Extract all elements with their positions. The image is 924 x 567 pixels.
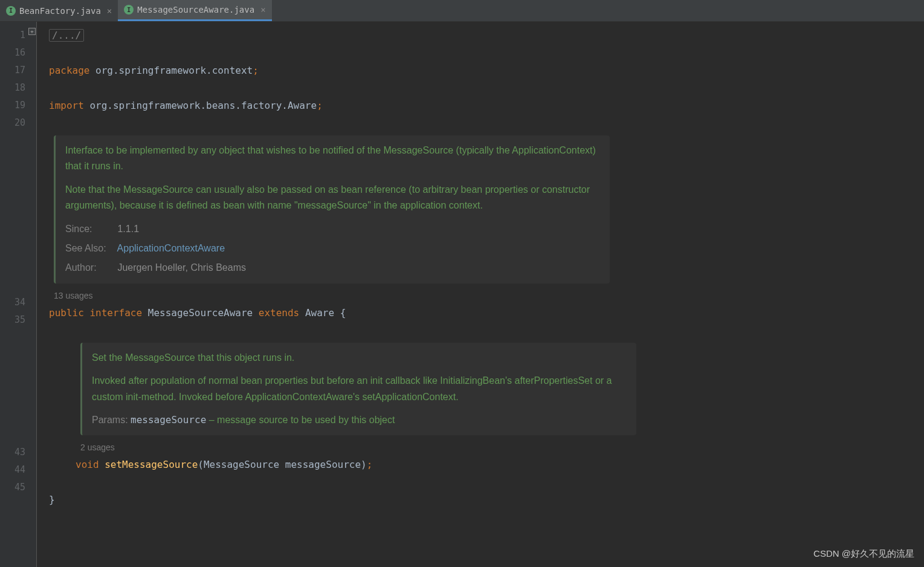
code-folded[interactable]: /.../ xyxy=(49,27,924,44)
javadoc-since: Since: 1.1.1 xyxy=(65,221,600,237)
javadoc-paragraph: Interface to be implemented by any objec… xyxy=(65,143,600,175)
code-blank xyxy=(49,114,924,132)
line-gutter: 1 16 17 18 19 20 34 35 43 44 45 xyxy=(0,22,36,567)
javadoc-seealso: See Also: ApplicationContextAware xyxy=(65,241,600,256)
line-number: 16 xyxy=(0,44,36,62)
params-label: Params: xyxy=(92,412,128,428)
tab-label: MessageSourceAware.java xyxy=(137,5,254,15)
line-number: 35 xyxy=(0,311,36,329)
line-number: 20 xyxy=(0,114,36,132)
author-value: Juergen Hoeller, Chris Beams xyxy=(117,262,246,273)
watermark-text: CSDN @好久不见的流星 xyxy=(813,545,914,562)
editor-tabs: I BeanFactory.java × I MessageSourceAwar… xyxy=(0,0,924,22)
line-number: 43 xyxy=(0,444,36,461)
tab-beanfactory[interactable]: I BeanFactory.java × xyxy=(0,0,118,21)
close-icon[interactable]: × xyxy=(260,5,265,15)
code-blank xyxy=(49,79,924,97)
javadoc-paragraph: Note that the MessageSource can usually … xyxy=(65,182,600,214)
code-interface-decl: public interface MessageSourceAware exte… xyxy=(49,304,924,322)
interface-icon: I xyxy=(124,5,134,15)
line-number: 17 xyxy=(0,62,36,79)
line-number: 44 xyxy=(0,461,36,479)
editor-area: 1 16 17 18 19 20 34 35 43 44 45 + /.../ … xyxy=(0,22,924,567)
line-number: 18 xyxy=(0,79,36,97)
code-blank xyxy=(49,473,924,491)
author-label: Author: xyxy=(65,260,115,276)
interface-icon: I xyxy=(6,6,16,16)
tab-label: BeanFactory.java xyxy=(19,6,101,16)
code-method-decl: void setMessageSource(MessageSource mess… xyxy=(49,456,924,473)
since-label: Since: xyxy=(65,221,115,237)
tab-messagesourceaware[interactable]: I MessageSourceAware.java × xyxy=(118,0,271,21)
since-value: 1.1.1 xyxy=(117,224,139,234)
javadoc-author: Author: Juergen Hoeller, Chris Beams xyxy=(65,260,600,276)
close-icon[interactable]: × xyxy=(107,6,112,16)
code-close-brace: } xyxy=(49,491,924,508)
line-number: 34 xyxy=(0,294,36,311)
code-import: import org.springframework.beans.factory… xyxy=(49,97,924,114)
code-package: package org.springframework.context; xyxy=(49,62,924,79)
javadoc-params: Params: messageSource – message source t… xyxy=(92,412,627,428)
seealso-link[interactable]: ApplicationContextAware xyxy=(117,243,225,253)
method-usages-hint[interactable]: 2 usages xyxy=(80,439,924,455)
class-usages-hint[interactable]: 13 usages xyxy=(54,287,924,303)
fold-toggle-icon[interactable]: + xyxy=(28,28,36,35)
param-name: messageSource xyxy=(131,414,206,426)
line-number: 45 xyxy=(0,479,36,496)
code-area[interactable]: + /.../ package org.springframework.cont… xyxy=(36,22,924,567)
line-number: 19 xyxy=(0,97,36,114)
code-blank xyxy=(49,44,924,62)
javadoc-paragraph: Invoked after population of normal bean … xyxy=(92,373,627,405)
method-javadoc: Set the MessageSource that this object r… xyxy=(80,343,636,436)
code-blank xyxy=(49,322,924,339)
class-javadoc: Interface to be implemented by any objec… xyxy=(54,135,610,284)
seealso-label: See Also: xyxy=(65,241,115,256)
param-desc: – message source to be used by this obje… xyxy=(206,415,395,425)
javadoc-paragraph: Set the MessageSource that this object r… xyxy=(92,350,627,366)
